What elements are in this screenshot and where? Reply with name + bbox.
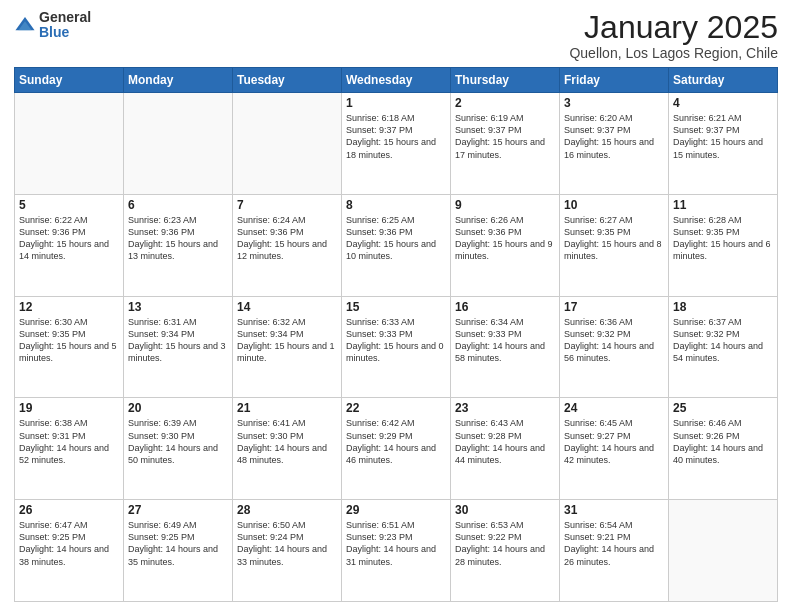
day-number: 19 (19, 401, 119, 415)
calendar-cell: 14Sunrise: 6:32 AM Sunset: 9:34 PM Dayli… (233, 296, 342, 398)
day-number: 17 (564, 300, 664, 314)
cell-text: Sunrise: 6:25 AM Sunset: 9:36 PM Dayligh… (346, 214, 446, 263)
calendar-cell: 20Sunrise: 6:39 AM Sunset: 9:30 PM Dayli… (124, 398, 233, 500)
day-number: 3 (564, 96, 664, 110)
day-number: 31 (564, 503, 664, 517)
calendar-week-row: 19Sunrise: 6:38 AM Sunset: 9:31 PM Dayli… (15, 398, 778, 500)
day-number: 21 (237, 401, 337, 415)
day-number: 30 (455, 503, 555, 517)
calendar-cell: 17Sunrise: 6:36 AM Sunset: 9:32 PM Dayli… (560, 296, 669, 398)
cell-text: Sunrise: 6:27 AM Sunset: 9:35 PM Dayligh… (564, 214, 664, 263)
title-month: January 2025 (569, 10, 778, 45)
cell-text: Sunrise: 6:34 AM Sunset: 9:33 PM Dayligh… (455, 316, 555, 365)
calendar-header-row: SundayMondayTuesdayWednesdayThursdayFrid… (15, 68, 778, 93)
calendar-cell: 7Sunrise: 6:24 AM Sunset: 9:36 PM Daylig… (233, 194, 342, 296)
day-number: 4 (673, 96, 773, 110)
calendar-day-header: Monday (124, 68, 233, 93)
cell-text: Sunrise: 6:41 AM Sunset: 9:30 PM Dayligh… (237, 417, 337, 466)
calendar-cell (15, 93, 124, 195)
day-number: 29 (346, 503, 446, 517)
day-number: 24 (564, 401, 664, 415)
day-number: 10 (564, 198, 664, 212)
cell-text: Sunrise: 6:33 AM Sunset: 9:33 PM Dayligh… (346, 316, 446, 365)
cell-text: Sunrise: 6:23 AM Sunset: 9:36 PM Dayligh… (128, 214, 228, 263)
cell-text: Sunrise: 6:46 AM Sunset: 9:26 PM Dayligh… (673, 417, 773, 466)
logo: General Blue (14, 10, 91, 41)
logo-general: General (39, 10, 91, 25)
calendar-cell: 26Sunrise: 6:47 AM Sunset: 9:25 PM Dayli… (15, 500, 124, 602)
calendar-cell: 3Sunrise: 6:20 AM Sunset: 9:37 PM Daylig… (560, 93, 669, 195)
day-number: 13 (128, 300, 228, 314)
cell-text: Sunrise: 6:49 AM Sunset: 9:25 PM Dayligh… (128, 519, 228, 568)
title-location: Quellon, Los Lagos Region, Chile (569, 45, 778, 61)
calendar-cell: 22Sunrise: 6:42 AM Sunset: 9:29 PM Dayli… (342, 398, 451, 500)
day-number: 11 (673, 198, 773, 212)
calendar-cell: 29Sunrise: 6:51 AM Sunset: 9:23 PM Dayli… (342, 500, 451, 602)
day-number: 25 (673, 401, 773, 415)
cell-text: Sunrise: 6:38 AM Sunset: 9:31 PM Dayligh… (19, 417, 119, 466)
calendar-cell: 23Sunrise: 6:43 AM Sunset: 9:28 PM Dayli… (451, 398, 560, 500)
logo-text: General Blue (39, 10, 91, 41)
calendar-cell: 4Sunrise: 6:21 AM Sunset: 9:37 PM Daylig… (669, 93, 778, 195)
calendar-cell: 13Sunrise: 6:31 AM Sunset: 9:34 PM Dayli… (124, 296, 233, 398)
calendar-week-row: 1Sunrise: 6:18 AM Sunset: 9:37 PM Daylig… (15, 93, 778, 195)
calendar-cell: 6Sunrise: 6:23 AM Sunset: 9:36 PM Daylig… (124, 194, 233, 296)
calendar-week-row: 5Sunrise: 6:22 AM Sunset: 9:36 PM Daylig… (15, 194, 778, 296)
day-number: 5 (19, 198, 119, 212)
calendar-cell (669, 500, 778, 602)
cell-text: Sunrise: 6:53 AM Sunset: 9:22 PM Dayligh… (455, 519, 555, 568)
calendar-cell: 11Sunrise: 6:28 AM Sunset: 9:35 PM Dayli… (669, 194, 778, 296)
cell-text: Sunrise: 6:30 AM Sunset: 9:35 PM Dayligh… (19, 316, 119, 365)
day-number: 22 (346, 401, 446, 415)
calendar-cell: 30Sunrise: 6:53 AM Sunset: 9:22 PM Dayli… (451, 500, 560, 602)
logo-icon (14, 14, 36, 36)
day-number: 28 (237, 503, 337, 517)
cell-text: Sunrise: 6:45 AM Sunset: 9:27 PM Dayligh… (564, 417, 664, 466)
title-block: January 2025 Quellon, Los Lagos Region, … (569, 10, 778, 61)
day-number: 6 (128, 198, 228, 212)
calendar-cell: 28Sunrise: 6:50 AM Sunset: 9:24 PM Dayli… (233, 500, 342, 602)
day-number: 15 (346, 300, 446, 314)
day-number: 14 (237, 300, 337, 314)
cell-text: Sunrise: 6:28 AM Sunset: 9:35 PM Dayligh… (673, 214, 773, 263)
cell-text: Sunrise: 6:39 AM Sunset: 9:30 PM Dayligh… (128, 417, 228, 466)
day-number: 16 (455, 300, 555, 314)
day-number: 7 (237, 198, 337, 212)
calendar-cell: 27Sunrise: 6:49 AM Sunset: 9:25 PM Dayli… (124, 500, 233, 602)
cell-text: Sunrise: 6:24 AM Sunset: 9:36 PM Dayligh… (237, 214, 337, 263)
calendar-cell: 16Sunrise: 6:34 AM Sunset: 9:33 PM Dayli… (451, 296, 560, 398)
cell-text: Sunrise: 6:31 AM Sunset: 9:34 PM Dayligh… (128, 316, 228, 365)
cell-text: Sunrise: 6:42 AM Sunset: 9:29 PM Dayligh… (346, 417, 446, 466)
calendar-cell: 31Sunrise: 6:54 AM Sunset: 9:21 PM Dayli… (560, 500, 669, 602)
cell-text: Sunrise: 6:19 AM Sunset: 9:37 PM Dayligh… (455, 112, 555, 161)
calendar-cell: 1Sunrise: 6:18 AM Sunset: 9:37 PM Daylig… (342, 93, 451, 195)
calendar-table: SundayMondayTuesdayWednesdayThursdayFrid… (14, 67, 778, 602)
cell-text: Sunrise: 6:37 AM Sunset: 9:32 PM Dayligh… (673, 316, 773, 365)
calendar-cell: 19Sunrise: 6:38 AM Sunset: 9:31 PM Dayli… (15, 398, 124, 500)
cell-text: Sunrise: 6:50 AM Sunset: 9:24 PM Dayligh… (237, 519, 337, 568)
calendar-week-row: 26Sunrise: 6:47 AM Sunset: 9:25 PM Dayli… (15, 500, 778, 602)
cell-text: Sunrise: 6:21 AM Sunset: 9:37 PM Dayligh… (673, 112, 773, 161)
cell-text: Sunrise: 6:22 AM Sunset: 9:36 PM Dayligh… (19, 214, 119, 263)
day-number: 8 (346, 198, 446, 212)
header: General Blue January 2025 Quellon, Los L… (14, 10, 778, 61)
day-number: 20 (128, 401, 228, 415)
cell-text: Sunrise: 6:36 AM Sunset: 9:32 PM Dayligh… (564, 316, 664, 365)
calendar-cell: 15Sunrise: 6:33 AM Sunset: 9:33 PM Dayli… (342, 296, 451, 398)
cell-text: Sunrise: 6:18 AM Sunset: 9:37 PM Dayligh… (346, 112, 446, 161)
calendar-day-header: Friday (560, 68, 669, 93)
cell-text: Sunrise: 6:43 AM Sunset: 9:28 PM Dayligh… (455, 417, 555, 466)
calendar-cell: 9Sunrise: 6:26 AM Sunset: 9:36 PM Daylig… (451, 194, 560, 296)
calendar-day-header: Tuesday (233, 68, 342, 93)
day-number: 2 (455, 96, 555, 110)
calendar-day-header: Thursday (451, 68, 560, 93)
day-number: 18 (673, 300, 773, 314)
cell-text: Sunrise: 6:32 AM Sunset: 9:34 PM Dayligh… (237, 316, 337, 365)
calendar-week-row: 12Sunrise: 6:30 AM Sunset: 9:35 PM Dayli… (15, 296, 778, 398)
cell-text: Sunrise: 6:26 AM Sunset: 9:36 PM Dayligh… (455, 214, 555, 263)
calendar-cell: 8Sunrise: 6:25 AM Sunset: 9:36 PM Daylig… (342, 194, 451, 296)
calendar-cell: 24Sunrise: 6:45 AM Sunset: 9:27 PM Dayli… (560, 398, 669, 500)
day-number: 26 (19, 503, 119, 517)
cell-text: Sunrise: 6:47 AM Sunset: 9:25 PM Dayligh… (19, 519, 119, 568)
calendar-cell: 5Sunrise: 6:22 AM Sunset: 9:36 PM Daylig… (15, 194, 124, 296)
